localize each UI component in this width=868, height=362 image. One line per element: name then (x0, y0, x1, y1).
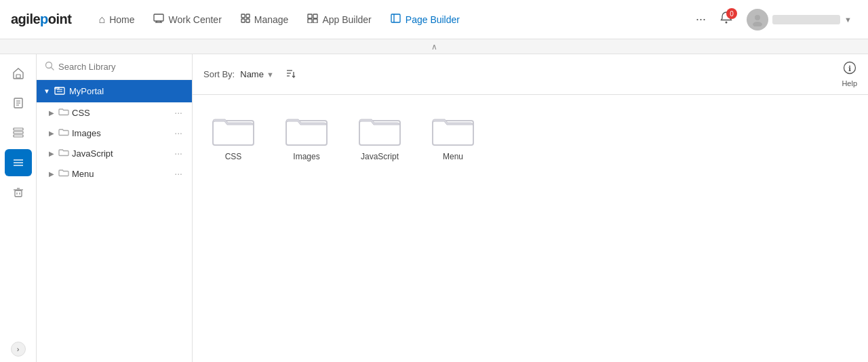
svg-rect-11 (313, 19, 317, 23)
main-layout: › ▼ MyPortal ▶ CSS ··· ▶ (0, 54, 868, 362)
svg-rect-10 (308, 19, 312, 23)
sort-dropdown-icon: ▼ (267, 71, 274, 79)
appbuilder-nav-icon (307, 14, 318, 26)
tree-arrow-images: ▶ (49, 129, 54, 137)
sidebar-icon-trash[interactable] (5, 179, 32, 206)
logo: agilepoint (11, 12, 71, 27)
user-dropdown-icon[interactable]: ▼ (844, 16, 852, 24)
tree-item-menu-more[interactable]: ··· (172, 168, 185, 179)
svg-point-15 (755, 15, 760, 20)
nav-manage[interactable]: Manage (233, 9, 297, 30)
folder-icon-javascript (58, 148, 69, 159)
folder-images[interactable]: Images (279, 111, 334, 161)
tree-panel: ▼ MyPortal ▶ CSS ··· ▶ Images ··· ▶ (37, 54, 193, 362)
folder-icon-images (58, 127, 69, 138)
sort-by-dropdown[interactable]: Name ▼ (240, 69, 274, 79)
tree-item-menu[interactable]: ▶ Menu ··· (37, 163, 192, 184)
svg-rect-0 (154, 14, 163, 21)
pagebuilder-nav-icon (391, 14, 401, 26)
tree-arrow-css: ▶ (49, 109, 54, 117)
help-label: Help (842, 79, 857, 87)
svg-rect-7 (246, 19, 250, 22)
workcenter-nav-icon (153, 14, 164, 26)
search-input[interactable] (58, 62, 184, 72)
collapse-bar[interactable]: ∧ (0, 39, 868, 54)
folder-css[interactable]: CSS (206, 111, 260, 161)
tree-root[interactable]: ▼ MyPortal (37, 80, 192, 102)
sidebar-expand-button[interactable]: › (11, 342, 26, 357)
nav-workcenter[interactable]: Work Center (145, 9, 229, 30)
sidebar-icon-list2[interactable] (5, 149, 32, 176)
folder-icon-menu (58, 168, 69, 179)
svg-rect-23 (14, 132, 23, 134)
nav-manage-label: Manage (254, 14, 289, 25)
folder-grid: CSS Images JavaScript (193, 95, 868, 178)
svg-rect-6 (241, 19, 245, 22)
home-nav-icon: ⌂ (98, 14, 105, 26)
tree-item-images-more[interactable]: ··· (172, 127, 185, 138)
sidebar-icon-home[interactable] (5, 60, 32, 87)
svg-rect-4 (241, 14, 245, 18)
svg-rect-28 (15, 190, 22, 197)
topnav: agilepoint ⌂ Home Work Center Manage App… (0, 0, 868, 39)
search-box (37, 54, 192, 80)
svg-rect-36 (55, 87, 59, 89)
avatar (747, 9, 768, 31)
sort-by-value: Name (240, 69, 264, 79)
nav-user[interactable]: ▼ (741, 6, 857, 33)
svg-rect-17 (16, 75, 20, 78)
sort-order-icon[interactable] (285, 68, 296, 81)
expand-icon: › (17, 345, 20, 353)
svg-rect-24 (14, 135, 23, 137)
tree-arrow-javascript: ▶ (49, 150, 54, 157)
logo-text: agilepoint (11, 12, 71, 27)
tree-root-arrow-icon: ▼ (43, 87, 50, 95)
sort-by-label: Sort By: (203, 69, 235, 79)
nav-pagebuilder[interactable]: Page Builder (382, 9, 468, 30)
folder-javascript[interactable]: JavaScript (353, 111, 407, 161)
nav-appbuilder-label: App Builder (322, 14, 371, 25)
nav-home-label: Home (109, 14, 134, 25)
tree-item-images-label: Images (72, 128, 169, 138)
content-area: Sort By: Name ▼ ℹ Help (193, 54, 868, 362)
tree-root-label: MyPortal (69, 86, 104, 96)
nav-workcenter-label: Work Center (168, 14, 221, 25)
svg-text:ℹ: ℹ (848, 64, 851, 73)
svg-rect-5 (246, 14, 250, 18)
sidebar-icon-list[interactable] (5, 119, 32, 146)
help-icon: ℹ (843, 61, 856, 78)
folder-icon-css (58, 107, 69, 118)
notification-badge: 0 (726, 8, 737, 19)
tree-root-icon (54, 85, 65, 97)
folder-menu[interactable]: Menu (426, 111, 480, 161)
tree-item-menu-label: Menu (72, 169, 169, 179)
nav-home[interactable]: ⌂ Home (90, 9, 142, 30)
help-button[interactable]: ℹ Help (842, 61, 857, 87)
svg-rect-12 (391, 14, 400, 22)
folder-images-label: Images (293, 152, 319, 161)
tree-item-css-more[interactable]: ··· (172, 107, 185, 118)
tree-arrow-menu: ▶ (49, 170, 54, 178)
tree-item-javascript-label: JavaScript (72, 148, 169, 159)
username-label (772, 15, 840, 24)
manage-nav-icon (241, 14, 250, 26)
tree-item-css-label: CSS (72, 108, 169, 118)
collapse-icon: ∧ (431, 42, 437, 52)
folder-css-label: CSS (225, 152, 242, 161)
search-icon (45, 61, 54, 73)
tree-item-images[interactable]: ▶ Images ··· (37, 123, 192, 143)
tree-item-javascript[interactable]: ▶ JavaScript ··· (37, 143, 192, 163)
svg-point-16 (753, 22, 762, 26)
tree-item-css[interactable]: ▶ CSS ··· (37, 102, 192, 123)
tree-item-javascript-more[interactable]: ··· (172, 148, 185, 159)
nav-pagebuilder-label: Page Builder (406, 14, 460, 25)
nav-more-button[interactable]: ··· (690, 8, 711, 31)
svg-rect-8 (308, 14, 312, 18)
folder-menu-label: Menu (443, 152, 463, 161)
svg-point-14 (726, 22, 728, 24)
folder-javascript-label: JavaScript (361, 152, 399, 161)
icon-sidebar: › (0, 54, 37, 362)
nav-appbuilder[interactable]: App Builder (299, 9, 379, 30)
nav-bell-button[interactable]: 0 (714, 7, 738, 32)
sidebar-icon-doc[interactable] (5, 89, 32, 117)
